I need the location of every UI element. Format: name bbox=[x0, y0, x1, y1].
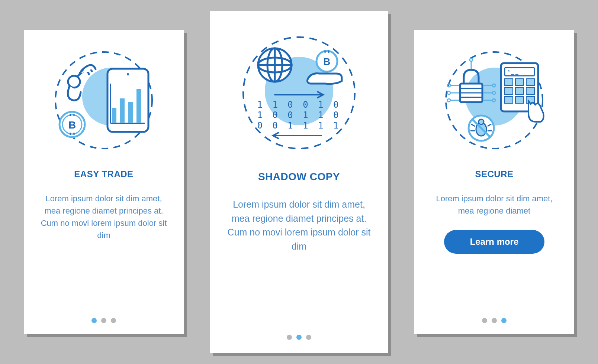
svg-point-68 bbox=[479, 119, 484, 124]
onboarding-card-easy-trade: B Easy trade Lorem ipsum dolor sit dim a… bbox=[24, 30, 184, 334]
svg-rect-64 bbox=[515, 97, 524, 103]
dot-3[interactable] bbox=[306, 335, 311, 340]
dot-1[interactable] bbox=[91, 318, 97, 323]
svg-point-53 bbox=[470, 58, 473, 61]
svg-point-43 bbox=[447, 91, 450, 94]
globe-icon bbox=[258, 48, 292, 82]
dot-3[interactable] bbox=[501, 318, 507, 323]
card-body: Lorem ipsum dolor sit dim amet, mea regi… bbox=[429, 192, 559, 217]
svg-rect-62 bbox=[526, 88, 534, 94]
svg-text:0 0 1 1 1 1: 0 0 1 1 1 1 bbox=[257, 120, 341, 131]
svg-rect-57 bbox=[505, 79, 513, 85]
card-title: Easy trade bbox=[74, 169, 133, 179]
secure-illustration: * _ _ bbox=[442, 48, 546, 152]
card-body: Lorem ipsum dolor sit dim amet, mea regi… bbox=[39, 192, 169, 241]
svg-rect-60 bbox=[505, 88, 513, 94]
dot-2[interactable] bbox=[492, 318, 497, 323]
pagination-dots bbox=[482, 307, 507, 323]
svg-text:B: B bbox=[68, 119, 76, 131]
card-title: Shadow copy bbox=[258, 171, 340, 183]
bitcoin-icon: B bbox=[60, 112, 85, 137]
onboarding-card-shadow-copy: B 1 1 0 0 1 0 1 0 0 1 1 0 0 0 1 1 1 1 Sh… bbox=[210, 11, 388, 353]
svg-rect-59 bbox=[526, 79, 534, 85]
learn-more-button[interactable]: Learn more bbox=[444, 230, 545, 254]
svg-text:B: B bbox=[324, 56, 331, 67]
pagination-dots bbox=[91, 307, 116, 323]
dot-2[interactable] bbox=[101, 318, 106, 323]
dot-1[interactable] bbox=[482, 318, 487, 323]
card-body: Lorem ipsum dolor sit dim amet, mea regi… bbox=[226, 198, 372, 253]
svg-text:1 1 0 0 1 0: 1 1 0 0 1 0 bbox=[257, 100, 341, 110]
svg-text:* _ _: * _ _ bbox=[508, 69, 518, 75]
shadow-copy-illustration: B 1 1 0 0 1 0 1 0 0 1 1 0 0 0 1 1 1 1 bbox=[239, 33, 359, 152]
easy-trade-illustration: B bbox=[52, 48, 156, 152]
svg-text:1 0 0 1 1 0: 1 0 0 1 1 0 bbox=[257, 110, 341, 120]
dot-1[interactable] bbox=[287, 335, 292, 340]
onboarding-card-secure: * _ _ Secure Lorem bbox=[414, 30, 574, 334]
dot-3[interactable] bbox=[111, 318, 116, 323]
svg-point-3 bbox=[127, 73, 129, 75]
card-title: Secure bbox=[475, 169, 513, 179]
lock-icon bbox=[460, 70, 482, 102]
svg-rect-61 bbox=[515, 88, 524, 94]
pagination-dots bbox=[287, 324, 311, 340]
no-bug-icon bbox=[469, 116, 494, 141]
svg-rect-58 bbox=[515, 79, 524, 85]
svg-rect-63 bbox=[505, 97, 513, 103]
svg-point-45 bbox=[447, 99, 450, 102]
dot-2[interactable] bbox=[296, 335, 302, 340]
